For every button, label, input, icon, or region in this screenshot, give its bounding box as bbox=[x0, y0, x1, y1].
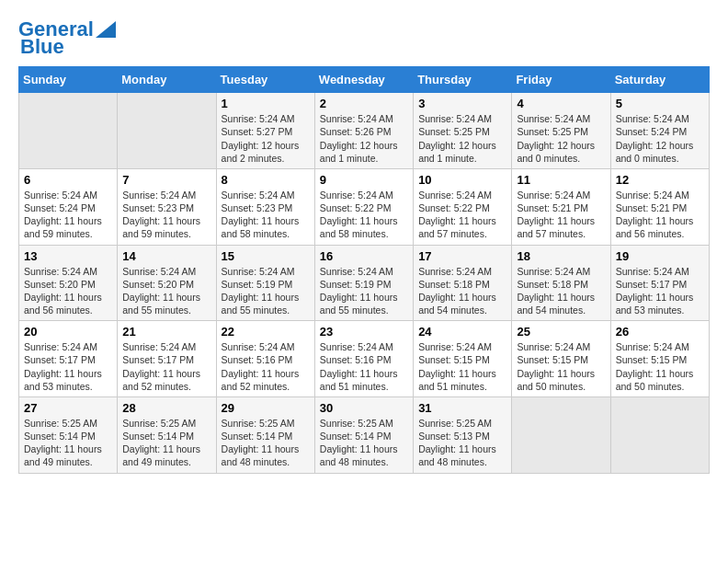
day-number: 30 bbox=[320, 401, 408, 415]
calendar-cell: 23Sunrise: 5:24 AMSunset: 5:16 PMDayligh… bbox=[314, 321, 413, 397]
cell-content: Sunrise: 5:25 AMSunset: 5:14 PMDaylight:… bbox=[222, 417, 310, 469]
calendar-cell: 12Sunrise: 5:24 AMSunset: 5:21 PMDayligh… bbox=[610, 168, 709, 245]
calendar-week-row: 6Sunrise: 5:24 AMSunset: 5:24 PMDaylight… bbox=[19, 168, 710, 245]
day-number: 20 bbox=[24, 325, 112, 339]
header-sunday: Sunday bbox=[19, 67, 118, 93]
day-number: 11 bbox=[517, 173, 605, 187]
day-number: 16 bbox=[320, 249, 408, 263]
calendar-cell: 13Sunrise: 5:24 AMSunset: 5:20 PMDayligh… bbox=[19, 245, 118, 321]
cell-content: Sunrise: 5:25 AMSunset: 5:14 PMDaylight:… bbox=[320, 417, 408, 469]
calendar-cell bbox=[512, 396, 610, 473]
calendar-week-row: 1Sunrise: 5:24 AMSunset: 5:27 PMDaylight… bbox=[19, 93, 710, 169]
cell-content: Sunrise: 5:24 AMSunset: 5:15 PMDaylight:… bbox=[616, 340, 704, 393]
cell-content: Sunrise: 5:24 AMSunset: 5:25 PMDaylight:… bbox=[418, 112, 506, 165]
svg-marker-0 bbox=[96, 21, 116, 38]
day-number: 6 bbox=[24, 173, 112, 187]
day-number: 18 bbox=[517, 249, 605, 263]
calendar-cell: 10Sunrise: 5:24 AMSunset: 5:22 PMDayligh… bbox=[414, 168, 512, 245]
calendar-cell: 2Sunrise: 5:24 AMSunset: 5:26 PMDaylight… bbox=[314, 93, 413, 169]
cell-content: Sunrise: 5:25 AMSunset: 5:14 PMDaylight:… bbox=[24, 417, 112, 469]
cell-content: Sunrise: 5:24 AMSunset: 5:17 PMDaylight:… bbox=[616, 265, 704, 317]
calendar-week-row: 20Sunrise: 5:24 AMSunset: 5:17 PMDayligh… bbox=[19, 321, 710, 397]
header-friday: Friday bbox=[512, 67, 610, 93]
cell-content: Sunrise: 5:24 AMSunset: 5:26 PMDaylight:… bbox=[320, 112, 408, 165]
cell-content: Sunrise: 5:24 AMSunset: 5:23 PMDaylight:… bbox=[222, 189, 310, 241]
day-number: 29 bbox=[222, 401, 310, 415]
calendar-cell: 25Sunrise: 5:24 AMSunset: 5:15 PMDayligh… bbox=[512, 321, 610, 397]
cell-content: Sunrise: 5:24 AMSunset: 5:19 PMDaylight:… bbox=[320, 265, 408, 317]
cell-content: Sunrise: 5:24 AMSunset: 5:20 PMDaylight:… bbox=[24, 265, 112, 317]
logo: General Blue bbox=[18, 18, 116, 57]
calendar-cell: 14Sunrise: 5:24 AMSunset: 5:20 PMDayligh… bbox=[118, 245, 216, 321]
calendar-cell: 24Sunrise: 5:24 AMSunset: 5:15 PMDayligh… bbox=[414, 321, 512, 397]
cell-content: Sunrise: 5:24 AMSunset: 5:16 PMDaylight:… bbox=[222, 340, 310, 393]
day-number: 9 bbox=[320, 173, 408, 187]
day-number: 2 bbox=[320, 97, 408, 110]
calendar-cell: 27Sunrise: 5:25 AMSunset: 5:14 PMDayligh… bbox=[19, 396, 118, 473]
calendar-week-row: 13Sunrise: 5:24 AMSunset: 5:20 PMDayligh… bbox=[19, 245, 710, 321]
calendar-cell: 6Sunrise: 5:24 AMSunset: 5:24 PMDaylight… bbox=[19, 168, 118, 245]
calendar-cell: 4Sunrise: 5:24 AMSunset: 5:25 PMDaylight… bbox=[512, 93, 610, 169]
calendar-cell: 3Sunrise: 5:24 AMSunset: 5:25 PMDaylight… bbox=[414, 93, 512, 169]
calendar-table: SundayMondayTuesdayWednesdayThursdayFrid… bbox=[18, 66, 710, 473]
day-number: 12 bbox=[616, 173, 704, 187]
day-number: 8 bbox=[222, 173, 310, 187]
day-number: 3 bbox=[418, 97, 506, 110]
day-number: 22 bbox=[222, 325, 310, 339]
cell-content: Sunrise: 5:24 AMSunset: 5:27 PMDaylight:… bbox=[222, 112, 310, 165]
header-thursday: Thursday bbox=[414, 67, 512, 93]
day-number: 19 bbox=[616, 249, 704, 263]
calendar-cell bbox=[19, 93, 118, 169]
day-number: 5 bbox=[616, 97, 704, 110]
day-number: 1 bbox=[222, 97, 310, 110]
calendar-cell: 26Sunrise: 5:24 AMSunset: 5:15 PMDayligh… bbox=[610, 321, 709, 397]
calendar-cell: 29Sunrise: 5:25 AMSunset: 5:14 PMDayligh… bbox=[216, 396, 314, 473]
header-monday: Monday bbox=[118, 67, 216, 93]
cell-content: Sunrise: 5:24 AMSunset: 5:21 PMDaylight:… bbox=[517, 189, 605, 241]
cell-content: Sunrise: 5:24 AMSunset: 5:18 PMDaylight:… bbox=[517, 265, 605, 317]
cell-content: Sunrise: 5:24 AMSunset: 5:22 PMDaylight:… bbox=[418, 189, 506, 241]
calendar-cell: 18Sunrise: 5:24 AMSunset: 5:18 PMDayligh… bbox=[512, 245, 610, 321]
logo-line2: Blue bbox=[18, 37, 64, 57]
calendar-cell: 11Sunrise: 5:24 AMSunset: 5:21 PMDayligh… bbox=[512, 168, 610, 245]
cell-content: Sunrise: 5:24 AMSunset: 5:16 PMDaylight:… bbox=[320, 340, 408, 393]
calendar-cell: 17Sunrise: 5:24 AMSunset: 5:18 PMDayligh… bbox=[414, 245, 512, 321]
cell-content: Sunrise: 5:24 AMSunset: 5:18 PMDaylight:… bbox=[418, 265, 506, 317]
header-tuesday: Tuesday bbox=[216, 67, 314, 93]
cell-content: Sunrise: 5:24 AMSunset: 5:24 PMDaylight:… bbox=[616, 112, 704, 165]
calendar-header-row: SundayMondayTuesdayWednesdayThursdayFrid… bbox=[19, 67, 710, 93]
calendar-week-row: 27Sunrise: 5:25 AMSunset: 5:14 PMDayligh… bbox=[19, 396, 710, 473]
page-header: General Blue bbox=[18, 18, 710, 57]
cell-content: Sunrise: 5:24 AMSunset: 5:25 PMDaylight:… bbox=[517, 112, 605, 165]
day-number: 24 bbox=[418, 325, 506, 339]
cell-content: Sunrise: 5:25 AMSunset: 5:13 PMDaylight:… bbox=[418, 417, 506, 469]
cell-content: Sunrise: 5:24 AMSunset: 5:17 PMDaylight:… bbox=[122, 340, 210, 393]
cell-content: Sunrise: 5:24 AMSunset: 5:15 PMDaylight:… bbox=[418, 340, 506, 393]
day-number: 26 bbox=[616, 325, 704, 339]
calendar-cell: 5Sunrise: 5:24 AMSunset: 5:24 PMDaylight… bbox=[610, 93, 709, 169]
day-number: 14 bbox=[122, 249, 210, 263]
logo-icon bbox=[96, 21, 116, 38]
calendar-cell bbox=[610, 396, 709, 473]
day-number: 10 bbox=[418, 173, 506, 187]
day-number: 27 bbox=[24, 401, 112, 415]
day-number: 23 bbox=[320, 325, 408, 339]
calendar-cell bbox=[118, 93, 216, 169]
day-number: 31 bbox=[418, 401, 506, 415]
day-number: 15 bbox=[222, 249, 310, 263]
cell-content: Sunrise: 5:24 AMSunset: 5:24 PMDaylight:… bbox=[24, 189, 112, 241]
cell-content: Sunrise: 5:24 AMSunset: 5:17 PMDaylight:… bbox=[24, 340, 112, 393]
day-number: 13 bbox=[24, 249, 112, 263]
cell-content: Sunrise: 5:24 AMSunset: 5:21 PMDaylight:… bbox=[616, 189, 704, 241]
cell-content: Sunrise: 5:24 AMSunset: 5:19 PMDaylight:… bbox=[222, 265, 310, 317]
header-saturday: Saturday bbox=[610, 67, 709, 93]
day-number: 28 bbox=[122, 401, 210, 415]
calendar-cell: 28Sunrise: 5:25 AMSunset: 5:14 PMDayligh… bbox=[118, 396, 216, 473]
calendar-cell: 19Sunrise: 5:24 AMSunset: 5:17 PMDayligh… bbox=[610, 245, 709, 321]
cell-content: Sunrise: 5:24 AMSunset: 5:20 PMDaylight:… bbox=[122, 265, 210, 317]
cell-content: Sunrise: 5:24 AMSunset: 5:22 PMDaylight:… bbox=[320, 189, 408, 241]
cell-content: Sunrise: 5:25 AMSunset: 5:14 PMDaylight:… bbox=[122, 417, 210, 469]
cell-content: Sunrise: 5:24 AMSunset: 5:15 PMDaylight:… bbox=[517, 340, 605, 393]
header-wednesday: Wednesday bbox=[314, 67, 413, 93]
calendar-cell: 15Sunrise: 5:24 AMSunset: 5:19 PMDayligh… bbox=[216, 245, 314, 321]
